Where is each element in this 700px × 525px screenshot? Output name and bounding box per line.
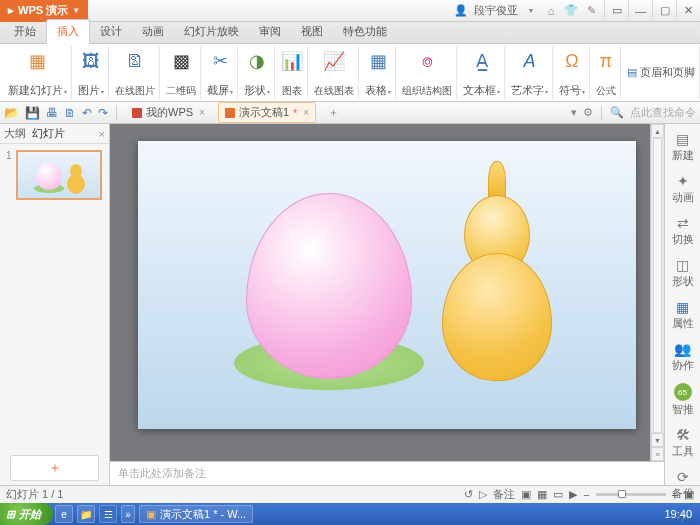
orgchart-button[interactable]: ⌾组织结构图	[398, 46, 457, 99]
undo-icon[interactable]: ↶	[82, 106, 92, 120]
print-preview-icon[interactable]: 🗎	[64, 106, 76, 120]
zoom-slider[interactable]	[596, 493, 666, 496]
windows-taskbar: ⊞开始 е 📁 ☲ » ▣演示文稿1 * - W... 19:40	[0, 503, 700, 525]
right-dock: ▤新建 ✦动画 ⇄切换 ◫形状 ▦属性 👥协作 65智推 🛠工具 ⟳备份 ?帮助	[664, 124, 700, 485]
rewind-icon[interactable]: ↺	[464, 488, 473, 501]
taskbar-ie[interactable]: е	[55, 505, 73, 523]
scroll-down-icon[interactable]: ▼	[651, 433, 664, 447]
thumbnails-tab[interactable]: 幻灯片	[32, 126, 65, 141]
taskbar-app1[interactable]: ☲	[99, 505, 117, 523]
symbol-button[interactable]: Ω符号▾	[555, 46, 590, 99]
dock-prop[interactable]: ▦属性	[667, 296, 699, 334]
new-slide-button[interactable]: ▦新建幻灯片▾	[4, 46, 72, 99]
scroll-up-icon[interactable]: ▲	[651, 124, 664, 138]
minimize-button[interactable]: —	[628, 0, 652, 22]
slide-canvas[interactable]	[138, 141, 636, 429]
maximize-button[interactable]: ▢	[652, 0, 676, 22]
search-icon[interactable]: 🔍	[610, 106, 624, 119]
new-tab-button[interactable]: ＋	[322, 105, 345, 120]
shape-gourd[interactable]	[442, 161, 552, 381]
close-icon[interactable]: ×	[199, 107, 205, 118]
view-sorter-icon[interactable]: ▦	[537, 488, 547, 501]
taskbar-folder[interactable]: 📁	[77, 505, 95, 523]
print-icon[interactable]: 🖶	[46, 106, 58, 120]
outline-tab[interactable]: 大纲	[4, 126, 26, 141]
slide-number: 1	[6, 150, 12, 200]
redo-icon[interactable]: ↷	[98, 106, 108, 120]
slide-counter: 幻灯片 1 / 1	[6, 487, 63, 502]
tab-special[interactable]: 特色功能	[333, 20, 397, 43]
online-picture-button[interactable]: 🖻在线图片	[111, 46, 160, 99]
taskbar-wps[interactable]: ▣演示文稿1 * - W...	[139, 505, 253, 523]
textbox-button[interactable]: A̲文本框▾	[459, 46, 505, 99]
close-panel-icon[interactable]: ×	[99, 128, 105, 140]
close-icon[interactable]: ×	[303, 107, 309, 118]
table-button[interactable]: ▦表格▾	[361, 46, 396, 99]
ribbon-tabs: 开始 插入 设计 动画 幻灯片放映 审阅 视图 特色功能	[0, 22, 700, 44]
screenshot-button[interactable]: ✂截屏▾	[203, 46, 238, 99]
notes-toggle[interactable]: 备注	[493, 487, 515, 502]
command-search[interactable]: 点此查找命令	[630, 105, 696, 120]
online-chart-button[interactable]: 📈在线图表	[310, 46, 359, 99]
slides-panel: 大纲 幻灯片 × 1 ＋	[0, 124, 110, 485]
tab-review[interactable]: 审阅	[249, 20, 291, 43]
vertical-scrollbar[interactable]: ▲ ▼ ≡	[650, 124, 664, 461]
user-name[interactable]: 段宇俊亚	[474, 3, 518, 18]
tab-home[interactable]: 开始	[4, 20, 46, 43]
chevron-down-icon[interactable]: ▼	[524, 4, 538, 18]
dock-collab[interactable]: 👥协作	[667, 338, 699, 376]
equation-button[interactable]: π公式	[592, 46, 621, 99]
tab-insert[interactable]: 插入	[46, 19, 90, 44]
zoom-out-button[interactable]: −	[583, 489, 589, 501]
windows-logo-icon: ⊞	[6, 508, 15, 521]
dock-shape[interactable]: ◫形状	[667, 254, 699, 292]
wordart-button[interactable]: A艺术字▾	[507, 46, 553, 99]
app-logo-icon: ▸	[8, 4, 14, 17]
play-icon[interactable]: ▷	[479, 488, 487, 501]
zoom-in-button[interactable]: +	[672, 489, 678, 501]
shapes-button[interactable]: ◑形状▾	[240, 46, 275, 99]
shirt-icon[interactable]: 👕	[564, 4, 578, 18]
doc-tab-mywps[interactable]: 我的WPS×	[125, 102, 212, 123]
save-icon[interactable]: 💾	[25, 106, 40, 120]
chart-button[interactable]: 📊图表	[277, 46, 308, 99]
dock-trans[interactable]: ⇄切换	[667, 212, 699, 250]
quick-access-bar: 📂 💾 🖶 🗎 ↶ ↷ 我的WPS× 演示文稿1*× ＋ ▾ ⚙ 🔍 点此查找命…	[0, 102, 700, 124]
taskbar-clock[interactable]: 19:40	[656, 508, 700, 520]
ribbon-collapse-button[interactable]: ▭	[604, 0, 628, 22]
ppt-icon	[225, 108, 235, 118]
add-slide-button[interactable]: ＋	[10, 455, 99, 481]
chevron-down-icon: ▼	[72, 6, 80, 15]
title-bar: ▸ WPS 演示 ▼ 👤 段宇俊亚 ▼ ⌂ 👕 ✎ ▭ — ▢ ✕	[0, 0, 700, 22]
dock-smart[interactable]: 65智推	[667, 380, 699, 420]
tab-design[interactable]: 设计	[90, 20, 132, 43]
notes-pane[interactable]: 单击此处添加备注	[110, 461, 664, 485]
doc-tab-active[interactable]: 演示文稿1*×	[218, 102, 316, 123]
close-button[interactable]: ✕	[676, 0, 700, 22]
view-slideshow-icon[interactable]: ▶	[569, 488, 577, 501]
dock-new[interactable]: ▤新建	[667, 128, 699, 166]
tab-slideshow[interactable]: 幻灯片放映	[174, 20, 249, 43]
settings-icon[interactable]: ⚙	[583, 106, 593, 119]
start-button[interactable]: ⊞开始	[0, 503, 53, 525]
home-icon[interactable]: ⌂	[544, 4, 558, 18]
view-normal-icon[interactable]: ▣	[521, 488, 531, 501]
next-slide-icon[interactable]: ≡	[651, 447, 664, 461]
taskbar-divider[interactable]: »	[121, 505, 135, 523]
header-footer-button[interactable]: ▤页眉和页脚	[627, 65, 695, 80]
tab-animation[interactable]: 动画	[132, 20, 174, 43]
tab-view[interactable]: 视图	[291, 20, 333, 43]
view-reading-icon[interactable]: ▭	[553, 488, 563, 501]
wps-icon	[132, 108, 142, 118]
fit-button[interactable]: ▣	[684, 488, 694, 501]
slide-thumbnail[interactable]: 1	[6, 150, 103, 200]
dock-anim[interactable]: ✦动画	[667, 170, 699, 208]
picture-button[interactable]: 🖼图片▾	[74, 46, 109, 99]
dock-tools[interactable]: 🛠工具	[667, 424, 699, 462]
tool-icon[interactable]: ✎	[584, 4, 598, 18]
qrcode-button[interactable]: ▩二维码	[162, 46, 201, 99]
shape-peach[interactable]	[246, 193, 412, 379]
user-avatar-icon[interactable]: 👤	[454, 4, 468, 18]
open-icon[interactable]: 📂	[4, 106, 19, 120]
tab-list-icon[interactable]: ▾	[571, 106, 577, 119]
